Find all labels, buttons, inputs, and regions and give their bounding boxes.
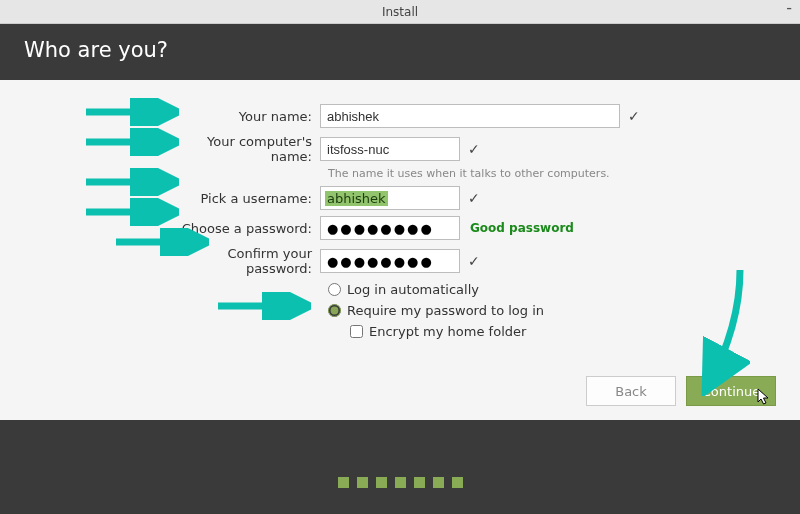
check-icon: ✓ — [468, 253, 480, 269]
require-password-radio[interactable] — [328, 304, 341, 317]
require-password-label: Require my password to log in — [347, 303, 544, 318]
progress-dot — [414, 477, 425, 488]
check-icon: ✓ — [468, 190, 480, 206]
progress-bar — [0, 450, 800, 514]
arrow-annotation — [84, 98, 179, 126]
progress-dot — [395, 477, 406, 488]
username-row: Pick a username: abhishek ✓ — [170, 186, 770, 210]
password-strength: Good password — [470, 221, 574, 235]
progress-dot — [338, 477, 349, 488]
auto-login-option[interactable]: Log in automatically — [328, 282, 770, 297]
confirm-label: Confirm your password: — [170, 246, 320, 276]
username-label: Pick a username: — [170, 191, 320, 206]
page-title-bar: Who are you? — [0, 24, 800, 80]
password-input[interactable]: ●●●●●●●● — [320, 216, 460, 240]
computer-label: Your computer's name: — [170, 134, 320, 164]
encrypt-checkbox[interactable] — [350, 325, 363, 338]
auto-login-radio[interactable] — [328, 283, 341, 296]
arrow-annotation — [84, 198, 179, 226]
window-titlebar: Install - — [0, 0, 800, 24]
user-form: Your name: ✓ Your computer's name: ✓ The… — [170, 104, 770, 345]
password-label: Choose a password: — [170, 221, 320, 236]
page-title: Who are you? — [24, 38, 168, 62]
computer-hint: The name it uses when it talks to other … — [328, 167, 770, 180]
username-selection: abhishek — [325, 191, 388, 206]
action-bar: Back Continue — [586, 376, 776, 406]
name-input[interactable] — [320, 104, 620, 128]
computer-row: Your computer's name: ✓ — [170, 134, 770, 164]
window-title: Install — [382, 5, 418, 19]
login-options: Log in automatically Require my password… — [328, 282, 770, 339]
progress-dot — [376, 477, 387, 488]
auto-login-label: Log in automatically — [347, 282, 479, 297]
progress-dot — [357, 477, 368, 488]
arrow-annotation — [84, 168, 179, 196]
password-row: Choose a password: ●●●●●●●● Good passwor… — [170, 216, 770, 240]
confirm-input[interactable]: ●●●●●●●● — [320, 249, 460, 273]
continue-button[interactable]: Continue — [686, 376, 776, 406]
encrypt-label: Encrypt my home folder — [369, 324, 526, 339]
computer-input[interactable] — [320, 137, 460, 161]
encrypt-option[interactable]: Encrypt my home folder — [350, 324, 770, 339]
progress-dot — [433, 477, 444, 488]
name-label: Your name: — [170, 109, 320, 124]
content-area: Your name: ✓ Your computer's name: ✓ The… — [0, 80, 800, 420]
name-row: Your name: ✓ — [170, 104, 770, 128]
username-input[interactable]: abhishek — [320, 186, 460, 210]
arrow-annotation — [84, 128, 179, 156]
progress-dots — [338, 477, 463, 488]
require-password-option[interactable]: Require my password to log in — [328, 303, 770, 318]
minimize-icon[interactable]: - — [786, 2, 792, 14]
check-icon: ✓ — [468, 141, 480, 157]
check-icon: ✓ — [628, 108, 640, 124]
back-button[interactable]: Back — [586, 376, 676, 406]
confirm-row: Confirm your password: ●●●●●●●● ✓ — [170, 246, 770, 276]
progress-dot — [452, 477, 463, 488]
